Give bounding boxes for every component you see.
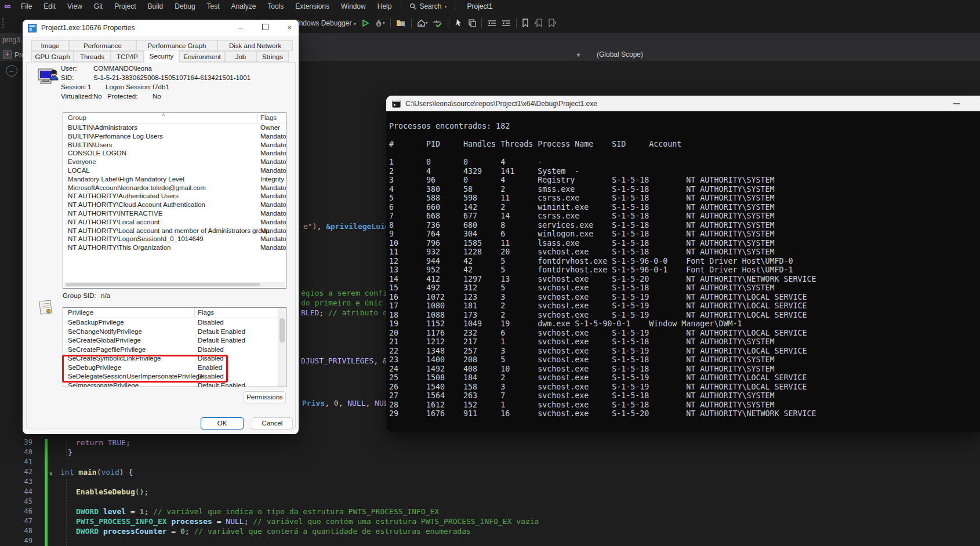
list-row[interactable]: BUILTIN\AdministratorsOwner [63, 123, 286, 132]
list-row[interactable]: NT AUTHORITY\Local accountMandatory [63, 218, 286, 227]
ok-button[interactable]: OK [201, 417, 244, 429]
code-line-45[interactable]: 45 [0, 497, 980, 507]
code-line-40[interactable]: 40} [0, 447, 980, 457]
menu-item-analyze[interactable]: Analyze [226, 2, 262, 10]
list-row[interactable]: BUILTIN\Perfomance Log UsersMandatory [63, 132, 286, 141]
code-line-41[interactable]: 41 [0, 457, 980, 467]
select-pointer-button[interactable] [455, 19, 463, 27]
toggle-bookmark-button[interactable] [522, 19, 529, 27]
horizontal-scrollbar[interactable] [64, 282, 285, 287]
decrease-indent-button[interactable] [487, 19, 496, 27]
cursor-icon [455, 19, 463, 27]
tab-gpu-graph[interactable]: GPU Graph [31, 51, 74, 62]
list-row[interactable]: CONSOLE LOGONMandatory [63, 149, 286, 158]
code-line-44[interactable]: 44EnableSeDebug(); [0, 487, 980, 497]
tab-job[interactable]: Job [225, 51, 256, 62]
navigate-back-icon[interactable]: ← [6, 65, 17, 77]
line-number: 48 [0, 526, 32, 536]
column-divider[interactable] [257, 113, 258, 123]
group-column-header[interactable]: Group [68, 114, 86, 121]
debug-target-dropdown[interactable]: indows Debugger ▾ [297, 19, 356, 27]
code-line-48[interactable]: 48DWORD processCounter = 0; // variável … [0, 526, 980, 536]
dialog-close-button[interactable]: × [282, 20, 297, 36]
menu-item-debug[interactable]: Debug [169, 2, 201, 10]
home-button[interactable]: ▾ [417, 19, 428, 27]
list-row[interactable]: NT AUTHORITY\This OrganizationMandatory [63, 243, 286, 252]
list-row[interactable]: SeCreateGlobalPrivilegeDefault Enabled [63, 336, 286, 345]
tab-security[interactable]: Security [144, 50, 179, 63]
tab-threads[interactable]: Threads [74, 51, 111, 62]
tab-environment[interactable]: Environment [179, 51, 225, 62]
code-line-42[interactable]: 42int main(void) { [0, 467, 980, 477]
menu-item-view[interactable]: View [61, 2, 88, 10]
list-row[interactable]: NT AUTHORITY\Local account and member of… [63, 227, 286, 235]
scope-dropdown[interactable]: (Global Scope) [597, 50, 643, 59]
dialog-maximize-button[interactable] [257, 20, 273, 36]
tab-image[interactable]: Image [31, 40, 69, 51]
code-line-47[interactable]: 47PWTS_PROCESS_INFO_EX processes = NULL;… [0, 516, 980, 526]
document-tab[interactable]: prog3. [2, 36, 22, 44]
list-row[interactable]: BUILTIN\UsersMandatory [63, 141, 286, 150]
code-line-49[interactable]: 49 [0, 536, 980, 546]
code-line-46[interactable]: 46DWORD level = 1; // variável que indic… [0, 507, 980, 516]
code-line-43[interactable]: 43 [0, 477, 980, 487]
hot-reload-button[interactable]: ▾ [375, 19, 385, 27]
menu-item-file[interactable]: File [15, 2, 38, 10]
list-row[interactable]: EveryoneMandatory [63, 158, 286, 166]
list-row[interactable]: MicrosoftAccount\leonardor.toledo@gmail.… [63, 184, 286, 192]
group-list-header[interactable]: ∧ Group Flags [63, 113, 286, 123]
toolbar-grip[interactable] [2, 17, 4, 29]
privilege-column-header[interactable]: Privilege [68, 309, 93, 316]
minimize-button[interactable] [953, 103, 960, 104]
vertical-scrollbar[interactable] [278, 308, 286, 387]
code-token: DWORD [76, 527, 99, 536]
dialog-minimize-button[interactable]: – [233, 20, 248, 36]
tab-performance[interactable]: Performance [69, 40, 136, 51]
start-debug-button[interactable] [361, 19, 369, 27]
protected-value: No [153, 93, 161, 100]
increase-indent-button[interactable] [502, 19, 511, 27]
scrollbar-thumb[interactable] [66, 283, 260, 286]
list-row[interactable]: SeChangeNotifyPrivilegeDefault Enabled [63, 327, 286, 337]
scrollbar-thumb[interactable] [280, 318, 285, 343]
group-list[interactable]: ∧ Group Flags BUILTIN\AdministratorsOwne… [63, 112, 286, 289]
code-token: (); [135, 487, 148, 496]
chevron-down-icon[interactable]: ▼ [576, 52, 581, 58]
list-row[interactable]: NT AUTHORITY\INTERACTIVEMandatory [63, 209, 286, 218]
list-row[interactable]: Mandatory Label\High Mandatory LevelInte… [63, 175, 286, 184]
menu-item-build[interactable]: Build [142, 2, 169, 10]
menu-item-edit[interactable]: Edit [38, 2, 61, 10]
permissions-button[interactable]: Permissions [244, 391, 286, 403]
tab-strings[interactable]: Strings [256, 51, 289, 62]
menu-item-help[interactable]: Help [372, 2, 398, 10]
spell-check-button[interactable]: abc [433, 19, 444, 28]
copy-button[interactable] [468, 19, 476, 27]
menu-item-test[interactable]: Test [201, 2, 226, 10]
menu-item-extensions[interactable]: Extensions [289, 2, 335, 10]
flags-column-header[interactable]: Flags [260, 114, 277, 121]
previous-bookmark-button[interactable] [534, 19, 543, 27]
resize-grip[interactable]: ⋰ [291, 427, 296, 432]
code-line-39[interactable]: 39return TRUE; [0, 438, 980, 447]
list-row[interactable]: NT AUTHORITY\Authenticated UsersMandator… [63, 192, 286, 201]
next-bookmark-button[interactable] [548, 19, 557, 27]
console-titlebar[interactable]: C:\Users\leona\source\repos\Project1\x64… [386, 96, 980, 111]
tab-tcp-ip[interactable]: TCP/IP [111, 51, 144, 62]
list-row[interactable]: SeCreatePagefilePrivilegeDisabled [63, 345, 286, 355]
menu-item-tools[interactable]: Tools [262, 2, 289, 10]
find-in-files-button[interactable] [396, 19, 406, 27]
cancel-button[interactable]: Cancel [252, 417, 293, 429]
flags-column-header[interactable]: Flags [198, 309, 214, 316]
menu-item-git[interactable]: Git [88, 2, 108, 10]
column-divider[interactable] [194, 308, 195, 318]
list-row[interactable]: SeBackupPrivilegeDisabled [63, 318, 286, 327]
list-row[interactable]: LOCALMandatory [63, 166, 286, 175]
menu-item-window[interactable]: Window [335, 2, 372, 10]
dialog-titlebar[interactable]: Project1.exe:10676 Properties – × [23, 20, 299, 36]
privilege-list-header[interactable]: Privilege Flags [63, 308, 286, 318]
tab-disk-and-network[interactable]: Disk and Network [217, 40, 293, 51]
list-row[interactable]: NT AUTHORITY\LogonSessionId_0_1014649Man… [63, 235, 286, 243]
list-row[interactable]: NT AUTHORITY\Cloud Account Authenticatio… [63, 201, 286, 209]
menu-item-project[interactable]: Project [108, 2, 141, 10]
search-button[interactable]: Search ▾ [405, 2, 451, 10]
